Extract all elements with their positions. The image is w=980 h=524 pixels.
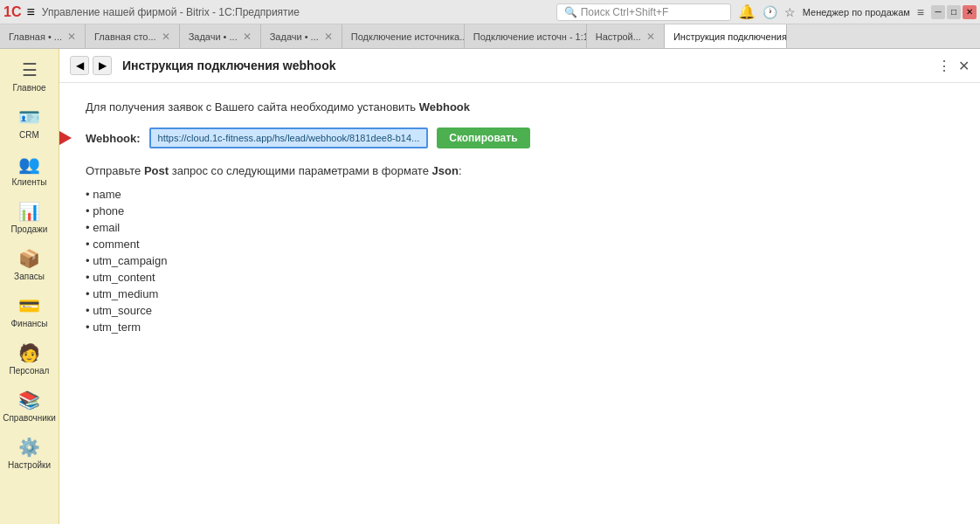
param-item: phone xyxy=(86,203,954,219)
sidebar-item-finance[interactable]: 💳 Финансы xyxy=(0,288,59,335)
more-icon[interactable]: ⋮ xyxy=(937,58,951,74)
arrow-head xyxy=(59,131,72,145)
sidebar-item-sales[interactable]: 📊 Продажи xyxy=(0,194,59,241)
tab-3-close[interactable]: ✕ xyxy=(324,31,333,43)
staff-icon: 🧑 xyxy=(18,342,40,363)
username: Менеджер по продажам xyxy=(803,7,910,17)
page-title: Инструкция подключения webhook xyxy=(122,59,937,72)
sidebar-item-clients[interactable]: 👥 Клиенты xyxy=(0,147,59,194)
param-item: utm_medium xyxy=(86,286,954,302)
menu-icon[interactable]: ≡ xyxy=(26,4,34,20)
webhook-label: Webhook: xyxy=(86,132,141,145)
tab-1[interactable]: Главная сто... ✕ xyxy=(86,24,180,48)
sales-icon: 📊 xyxy=(18,201,40,222)
sidebar: ☰ Главное 🪪 CRM 👥 Клиенты 📊 Продажи 📦 За… xyxy=(0,49,59,524)
tab-3[interactable]: Задачи • ... ✕ xyxy=(261,24,342,48)
tab-6-close[interactable]: ✕ xyxy=(646,31,655,43)
webhook-url[interactable]: https://cloud.1c-fitness.app/hs/lead/web… xyxy=(149,128,429,148)
tab-2[interactable]: Задачи • ... ✕ xyxy=(180,24,261,48)
tab-5[interactable]: Подключение источн - 1:1... ✕ xyxy=(465,24,587,48)
sidebar-settings-label: Настройки xyxy=(8,460,51,470)
intro-text: Для получения заявок с Вашего сайта необ… xyxy=(86,100,954,114)
minimize-button[interactable]: ─ xyxy=(931,5,945,19)
sidebar-crm-label: CRM xyxy=(19,130,39,140)
crm-icon: 🪪 xyxy=(18,107,40,128)
param-item: utm_campaign xyxy=(86,252,954,269)
red-arrow xyxy=(59,131,72,145)
star-icon[interactable]: ☆ xyxy=(784,5,796,19)
post-text-end: : xyxy=(459,164,462,177)
settings-icon[interactable]: ≡ xyxy=(917,5,924,19)
tab-6-label: Настрой... xyxy=(596,31,641,42)
tab-4[interactable]: Подключение источника... ✕ xyxy=(342,24,465,48)
tab-5-label: Подключение источн - 1:1... xyxy=(473,31,587,42)
sidebar-staff-label: Персонал xyxy=(10,366,50,376)
notification-icon[interactable]: 🔔 xyxy=(738,3,756,20)
app-name: Управление нашей фирмой - Bitrix - 1С:Пр… xyxy=(42,6,556,18)
tab-2-close[interactable]: ✕ xyxy=(243,31,252,43)
history-icon[interactable]: 🕐 xyxy=(763,5,777,19)
intro-text-before: Для получения заявок с Вашего сайта необ… xyxy=(86,100,416,114)
sidebar-item-references[interactable]: 📚 Справочники xyxy=(0,383,59,430)
finance-icon: 💳 xyxy=(18,295,40,316)
maximize-button[interactable]: □ xyxy=(947,5,961,19)
references-icon: 📚 xyxy=(18,390,40,410)
forward-button[interactable]: ▶ xyxy=(93,56,112,75)
post-text: Отправьте Post запрос со следующими пара… xyxy=(86,164,954,177)
tab-0-close[interactable]: ✕ xyxy=(67,31,76,43)
tab-0[interactable]: Главная • ... ✕ xyxy=(0,24,86,48)
back-button[interactable]: ◀ xyxy=(70,56,89,75)
intro-text-bold: Webhook xyxy=(419,100,470,114)
param-item: name xyxy=(86,186,954,203)
header-actions: ⋮ ✕ xyxy=(937,58,970,74)
sidebar-inventory-label: Запасы xyxy=(14,272,45,281)
post-bold2: Json xyxy=(432,164,459,177)
sidebar-home-label: Главное xyxy=(12,83,45,93)
main-layout: ☰ Главное 🪪 CRM 👥 Клиенты 📊 Продажи 📦 За… xyxy=(0,49,980,524)
sidebar-item-home[interactable]: ☰ Главное xyxy=(0,52,59,100)
param-item: email xyxy=(86,219,954,236)
search-icon: 🔍 xyxy=(564,6,577,18)
tab-7[interactable]: Инструкция подключения webhook ✕ xyxy=(665,24,787,48)
nav-buttons: ◀ ▶ xyxy=(70,56,112,75)
tab-1-label: Главная сто... xyxy=(94,31,156,42)
post-text-before: Отправьте xyxy=(86,164,141,177)
close-panel-icon[interactable]: ✕ xyxy=(958,58,970,74)
sidebar-references-label: Справочники xyxy=(3,413,56,423)
app-logo: 1С xyxy=(3,4,21,20)
tab-7-label: Инструкция подключения webhook xyxy=(673,31,787,42)
sidebar-finance-label: Финансы xyxy=(11,319,48,328)
sidebar-sales-label: Продажи xyxy=(11,224,48,234)
params-list: namephoneemailcommentutm_campaignutm_con… xyxy=(86,186,954,335)
copy-button[interactable]: Скопировать xyxy=(437,128,529,148)
param-item: utm_term xyxy=(86,319,954,335)
close-button[interactable]: ✕ xyxy=(963,5,977,19)
main-content: Для получения заявок с Вашего сайта необ… xyxy=(59,83,980,524)
home-icon: ☰ xyxy=(22,59,38,80)
titlebar: 1С ≡ Управление нашей фирмой - Bitrix - … xyxy=(0,0,980,24)
webhook-row: Webhook: https://cloud.1c-fitness.app/hs… xyxy=(86,128,954,148)
sidebar-clients-label: Клиенты xyxy=(11,177,46,187)
tab-3-label: Задачи • ... xyxy=(270,31,319,42)
sidebar-item-staff[interactable]: 🧑 Персонал xyxy=(0,335,59,383)
sidebar-item-settings[interactable]: ⚙️ Настройки xyxy=(0,430,59,477)
window-controls: ─ □ ✕ xyxy=(931,5,977,19)
content-header: ◀ ▶ Инструкция подключения webhook ⋮ ✕ xyxy=(59,49,980,83)
content-area: ◀ ▶ Инструкция подключения webhook ⋮ ✕ Д… xyxy=(59,49,980,524)
search-bar[interactable]: 🔍 Поиск Ctrl+Shift+F xyxy=(556,3,731,21)
param-item: comment xyxy=(86,236,954,252)
search-placeholder: Поиск Ctrl+Shift+F xyxy=(581,6,669,18)
titlebar-actions: 🔔 🕐 ☆ Менеджер по продажам ≡ xyxy=(738,3,924,20)
tabbar: Главная • ... ✕ Главная сто... ✕ Задачи … xyxy=(0,24,980,49)
settings-icon: ⚙️ xyxy=(18,437,40,458)
tab-4-label: Подключение источника... xyxy=(351,31,465,42)
tab-6[interactable]: Настрой... ✕ xyxy=(587,24,665,48)
sidebar-item-crm[interactable]: 🪪 CRM xyxy=(0,100,59,147)
inventory-icon: 📦 xyxy=(18,248,40,269)
sidebar-item-inventory[interactable]: 📦 Запасы xyxy=(0,241,59,288)
param-item: utm_source xyxy=(86,302,954,319)
post-text-middle-text: запрос со следующими параметрами в форма… xyxy=(172,164,429,177)
tab-2-label: Задачи • ... xyxy=(189,31,238,42)
tab-1-close[interactable]: ✕ xyxy=(162,31,170,43)
tab-0-label: Главная • ... xyxy=(9,31,62,42)
